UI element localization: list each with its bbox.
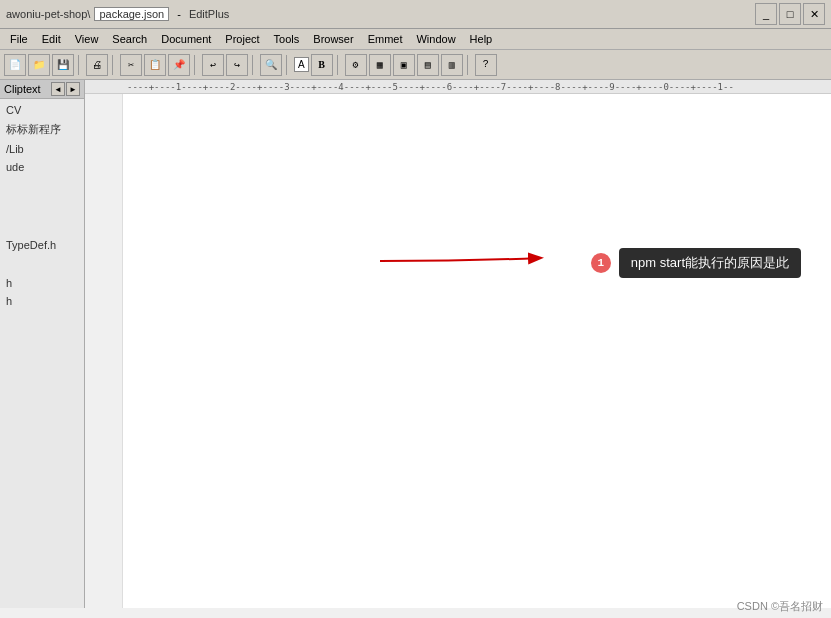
open-button[interactable]: 📁 (28, 54, 50, 76)
toolbar-sep3 (194, 55, 198, 75)
redo-button[interactable]: ↪ (226, 54, 248, 76)
left-panel: Cliptext ◄ ► CV 标标新程序 /Lib ude TypeDef.h… (0, 80, 85, 608)
menu-emmet[interactable]: Emmet (362, 31, 409, 47)
nav-prev[interactable]: ◄ (51, 82, 65, 96)
toolbar-sep4 (252, 55, 256, 75)
font-label: A (294, 57, 309, 72)
left-item-new[interactable]: 标标新程序 (0, 119, 84, 140)
editor-container: ----+----1----+----2----+----3----+----4… (85, 80, 831, 608)
print-button[interactable]: 🖨 (86, 54, 108, 76)
toolbar-sep6 (337, 55, 341, 75)
tb-extra5[interactable]: ▥ (441, 54, 463, 76)
left-item-typedef[interactable]: TypeDef.h (0, 236, 84, 254)
menu-search[interactable]: Search (106, 31, 153, 47)
undo-button[interactable]: ↩ (202, 54, 224, 76)
cut-button[interactable]: ✂ (120, 54, 142, 76)
left-item-h1[interactable]: h (0, 274, 84, 292)
menu-file[interactable]: File (4, 31, 34, 47)
code-content[interactable] (123, 94, 831, 608)
toolbar-sep1 (78, 55, 82, 75)
title-bar: awoniu-pet-shop\package.json - EditPlus … (0, 0, 831, 29)
left-item-h2[interactable]: h (0, 292, 84, 310)
menu-help[interactable]: Help (464, 31, 499, 47)
title-app: EditPlus (189, 8, 229, 20)
menu-edit[interactable]: Edit (36, 31, 67, 47)
copy-button[interactable]: 📋 (144, 54, 166, 76)
menu-bar: File Edit View Search Document Project T… (0, 29, 831, 50)
paste-button[interactable]: 📌 (168, 54, 190, 76)
left-item-ude[interactable]: ude (0, 158, 84, 176)
menu-project[interactable]: Project (219, 31, 265, 47)
toolbar-sep5 (286, 55, 290, 75)
menu-view[interactable]: View (69, 31, 105, 47)
watermark: CSDN ©吾名招财 (737, 599, 823, 614)
main-area: Cliptext ◄ ► CV 标标新程序 /Lib ude TypeDef.h… (0, 80, 831, 608)
ruler-ticks: ----+----1----+----2----+----3----+----4… (123, 82, 831, 92)
find-button[interactable]: 🔍 (260, 54, 282, 76)
toolbar-sep2 (112, 55, 116, 75)
cliptext-header: Cliptext ◄ ► (0, 80, 84, 99)
toolbar-sep7 (467, 55, 471, 75)
nav-next[interactable]: ► (66, 82, 80, 96)
left-item-cv[interactable]: CV (0, 101, 84, 119)
left-item-lib[interactable]: /Lib (0, 140, 84, 158)
title-separator: - (177, 8, 181, 20)
code-area[interactable] (85, 94, 831, 608)
save-button[interactable]: 💾 (52, 54, 74, 76)
bold-button[interactable]: B (311, 54, 333, 76)
menu-browser[interactable]: Browser (307, 31, 359, 47)
ruler-row: ----+----1----+----2----+----3----+----4… (85, 80, 831, 94)
menu-window[interactable]: Window (410, 31, 461, 47)
minimize-button[interactable]: _ (755, 3, 777, 25)
toolbar: 📄 📁 💾 🖨 ✂ 📋 📌 ↩ ↪ 🔍 A B ⚙ ▦ ▣ ▤ ▥ ? (0, 50, 831, 80)
tb-extra3[interactable]: ▣ (393, 54, 415, 76)
menu-document[interactable]: Document (155, 31, 217, 47)
close-button[interactable]: ✕ (803, 3, 825, 25)
tb-help[interactable]: ? (475, 54, 497, 76)
title-filename: package.json (94, 7, 169, 21)
cliptext-label: Cliptext (4, 83, 41, 95)
tb-extra2[interactable]: ▦ (369, 54, 391, 76)
line-numbers (85, 94, 123, 608)
tb-extra1[interactable]: ⚙ (345, 54, 367, 76)
maximize-button[interactable]: □ (779, 3, 801, 25)
tb-extra4[interactable]: ▤ (417, 54, 439, 76)
new-button[interactable]: 📄 (4, 54, 26, 76)
menu-tools[interactable]: Tools (268, 31, 306, 47)
title-path: awoniu-pet-shop\ (6, 8, 90, 20)
